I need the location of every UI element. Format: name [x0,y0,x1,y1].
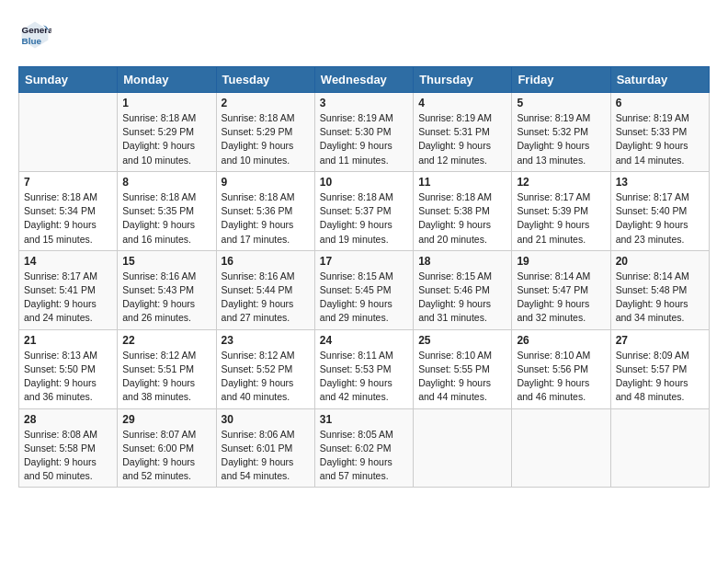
day-number: 8 [122,176,210,189]
sunset-text: Sunset: 5:53 PM [320,363,392,374]
weekday-header-tuesday: Tuesday [216,67,314,93]
calendar-cell: 27Sunrise: 8:09 AMSunset: 5:57 PMDayligh… [610,329,709,408]
calendar-cell: 26Sunrise: 8:10 AMSunset: 5:56 PMDayligh… [512,329,610,408]
cell-info: Sunrise: 8:06 AMSunset: 6:01 PMDaylight:… [222,428,310,484]
daylight-text: Daylight: 9 hours and 24 minutes. [24,298,97,323]
calendar-cell: 24Sunrise: 8:11 AMSunset: 5:53 PMDayligh… [314,329,413,408]
calendar-cell: 29Sunrise: 8:07 AMSunset: 6:00 PMDayligh… [118,408,216,488]
sunrise-text: Sunrise: 8:11 AM [320,350,393,361]
daylight-text: Daylight: 9 hours and 52 minutes. [122,456,195,481]
cell-info: Sunrise: 8:19 AMSunset: 5:30 PMDaylight:… [320,111,408,167]
sunset-text: Sunset: 5:35 PM [122,205,194,216]
calendar-cell: 17Sunrise: 8:15 AMSunset: 5:45 PMDayligh… [314,250,413,329]
sunrise-text: Sunrise: 8:12 AM [222,350,295,361]
cell-info: Sunrise: 8:10 AMSunset: 5:56 PMDaylight:… [517,349,605,405]
daylight-text: Daylight: 9 hours and 36 minutes. [24,377,97,402]
sunset-text: Sunset: 5:41 PM [24,284,96,295]
sunrise-text: Sunrise: 8:19 AM [517,112,590,123]
daylight-text: Daylight: 9 hours and 32 minutes. [517,298,589,323]
cell-info: Sunrise: 8:15 AMSunset: 5:45 PMDaylight:… [320,270,408,326]
calendar-cell [19,93,118,172]
sunset-text: Sunset: 5:29 PM [222,126,293,137]
cell-info: Sunrise: 8:18 AMSunset: 5:37 PMDaylight:… [320,190,408,247]
calendar-cell: 8Sunrise: 8:18 AMSunset: 5:35 PMDaylight… [118,171,216,250]
cell-info: Sunrise: 8:12 AMSunset: 5:52 PMDaylight:… [222,349,310,405]
day-number: 4 [418,97,506,109]
calendar-cell [512,408,610,488]
calendar-cell: 31Sunrise: 8:05 AMSunset: 6:02 PMDayligh… [314,408,413,488]
sunset-text: Sunset: 5:46 PM [418,284,490,295]
cell-info: Sunrise: 8:19 AMSunset: 5:31 PMDaylight:… [418,111,506,167]
sunset-text: Sunset: 5:43 PM [122,284,194,295]
daylight-text: Daylight: 9 hours and 19 minutes. [320,219,392,244]
sunrise-text: Sunrise: 8:17 AM [24,270,97,282]
day-number: 19 [517,255,605,268]
daylight-text: Daylight: 9 hours and 44 minutes. [418,377,491,402]
day-number: 24 [320,334,408,347]
cell-info: Sunrise: 8:13 AMSunset: 5:50 PMDaylight:… [24,349,112,405]
cell-info: Sunrise: 8:16 AMSunset: 5:44 PMDaylight:… [222,270,310,326]
weekday-header-friday: Friday [512,67,610,93]
sunrise-text: Sunrise: 8:13 AM [24,350,97,361]
sunset-text: Sunset: 5:48 PM [616,284,688,295]
cell-info: Sunrise: 8:11 AMSunset: 5:53 PMDaylight:… [320,349,408,405]
sunrise-text: Sunrise: 8:19 AM [616,112,689,123]
sunset-text: Sunset: 5:56 PM [517,363,588,374]
daylight-text: Daylight: 9 hours and 15 minutes. [24,219,97,244]
sunset-text: Sunset: 6:02 PM [320,442,392,454]
sunrise-text: Sunrise: 8:18 AM [418,191,492,202]
calendar-cell: 2Sunrise: 8:18 AMSunset: 5:29 PMDaylight… [216,93,314,172]
sunrise-text: Sunrise: 8:19 AM [320,112,393,123]
cell-info: Sunrise: 8:18 AMSunset: 5:38 PMDaylight:… [418,190,506,247]
cell-info: Sunrise: 8:10 AMSunset: 5:55 PMDaylight:… [418,349,506,405]
sunset-text: Sunset: 5:37 PM [320,205,392,216]
sunset-text: Sunset: 5:58 PM [24,442,96,454]
day-number: 22 [122,334,210,347]
day-number: 1 [122,97,210,109]
sunset-text: Sunset: 6:00 PM [122,442,194,454]
calendar-cell: 9Sunrise: 8:18 AMSunset: 5:36 PMDaylight… [216,171,314,250]
calendar-cell: 7Sunrise: 8:18 AMSunset: 5:34 PMDaylight… [19,171,118,250]
weekday-header-row: SundayMondayTuesdayWednesdayThursdayFrid… [19,67,710,93]
calendar-cell: 22Sunrise: 8:12 AMSunset: 5:51 PMDayligh… [118,329,216,408]
sunrise-text: Sunrise: 8:10 AM [517,350,590,361]
cell-info: Sunrise: 8:08 AMSunset: 5:58 PMDaylight:… [24,428,112,484]
day-number: 20 [616,255,704,268]
sunrise-text: Sunrise: 8:17 AM [616,191,689,202]
calendar-cell: 3Sunrise: 8:19 AMSunset: 5:30 PMDaylight… [314,93,413,172]
day-number: 2 [222,97,310,109]
cell-info: Sunrise: 8:16 AMSunset: 5:43 PMDaylight:… [122,270,210,326]
sunset-text: Sunset: 5:51 PM [122,363,194,374]
sunrise-text: Sunrise: 8:18 AM [320,191,393,202]
daylight-text: Daylight: 9 hours and 16 minutes. [122,219,195,244]
cell-info: Sunrise: 8:05 AMSunset: 6:02 PMDaylight:… [320,428,408,484]
sunrise-text: Sunrise: 8:15 AM [320,270,393,282]
sunset-text: Sunset: 5:57 PM [616,363,688,374]
day-number: 3 [320,97,408,109]
daylight-text: Daylight: 9 hours and 17 minutes. [222,219,294,244]
sunrise-text: Sunrise: 8:17 AM [517,191,590,202]
daylight-text: Daylight: 9 hours and 40 minutes. [222,377,294,402]
day-number: 15 [122,255,210,268]
daylight-text: Daylight: 9 hours and 50 minutes. [24,456,97,481]
sunrise-text: Sunrise: 8:16 AM [122,270,196,282]
sunset-text: Sunset: 6:01 PM [222,442,293,454]
day-number: 13 [616,176,704,189]
daylight-text: Daylight: 9 hours and 13 minutes. [517,140,589,165]
calendar-cell: 5Sunrise: 8:19 AMSunset: 5:32 PMDaylight… [512,93,610,172]
calendar-week-row: 14Sunrise: 8:17 AMSunset: 5:41 PMDayligh… [19,250,710,329]
calendar-cell: 21Sunrise: 8:13 AMSunset: 5:50 PMDayligh… [19,329,118,408]
sunrise-text: Sunrise: 8:18 AM [122,112,196,123]
calendar-cell [610,408,709,488]
calendar-cell: 28Sunrise: 8:08 AMSunset: 5:58 PMDayligh… [19,408,118,488]
daylight-text: Daylight: 9 hours and 20 minutes. [418,219,491,244]
cell-info: Sunrise: 8:14 AMSunset: 5:47 PMDaylight:… [517,270,605,326]
daylight-text: Daylight: 9 hours and 54 minutes. [222,456,294,481]
cell-info: Sunrise: 8:19 AMSunset: 5:32 PMDaylight:… [517,111,605,167]
day-number: 11 [418,176,506,189]
day-number: 5 [517,97,605,109]
weekday-header-sunday: Sunday [19,67,118,93]
day-number: 23 [222,334,310,347]
day-number: 29 [122,413,210,426]
calendar-cell: 18Sunrise: 8:15 AMSunset: 5:46 PMDayligh… [414,250,512,329]
